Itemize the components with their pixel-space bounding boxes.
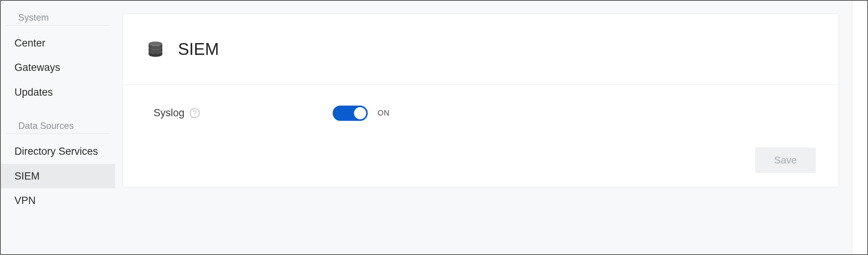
right-gutter (852, 1, 867, 254)
toggle-knob (354, 107, 366, 119)
setting-label-wrap: Syslog ? (154, 107, 333, 119)
save-row: Save (154, 121, 816, 173)
sidebar-group-data-sources: Data Sources Directory Services SIEM VPN (1, 120, 115, 213)
help-icon[interactable]: ? (190, 108, 200, 118)
sidebar-item-center[interactable]: Center (1, 31, 115, 55)
sidebar: System Center Gateways Updates Data Sour… (1, 1, 115, 254)
siem-panel: SIEM Syslog ? ON Save (123, 14, 839, 187)
svg-point-3 (149, 49, 162, 54)
syslog-toggle[interactable] (333, 106, 368, 121)
syslog-label: Syslog (154, 107, 184, 119)
setting-row-syslog: Syslog ? ON (154, 106, 816, 121)
sidebar-item-siem[interactable]: SIEM (1, 164, 115, 188)
sidebar-item-vpn[interactable]: VPN (1, 188, 115, 213)
main-content: SIEM Syslog ? ON Save (115, 1, 852, 254)
panel-header: SIEM (123, 14, 839, 85)
sidebar-item-gateways[interactable]: Gateways (1, 55, 115, 80)
database-icon (146, 40, 165, 59)
panel-title: SIEM (178, 40, 219, 59)
sidebar-group-system: System Center Gateways Updates (1, 12, 115, 104)
sidebar-item-directory-services[interactable]: Directory Services (1, 139, 115, 164)
panel-body: Syslog ? ON Save (123, 85, 839, 187)
syslog-toggle-wrap: ON (333, 106, 390, 121)
sidebar-group-label: System (6, 12, 110, 26)
save-button[interactable]: Save (755, 148, 816, 173)
syslog-toggle-state-text: ON (378, 109, 390, 117)
sidebar-group-label: Data Sources (6, 120, 110, 134)
sidebar-item-updates[interactable]: Updates (1, 80, 115, 104)
app-viewport: System Center Gateways Updates Data Sour… (0, 0, 868, 255)
